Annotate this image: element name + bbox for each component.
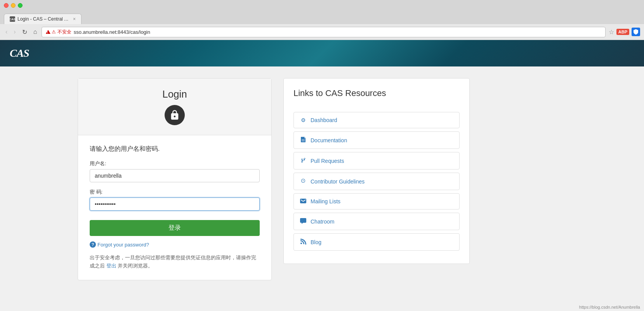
blog-link[interactable]: Blog (311, 239, 321, 245)
pull-request-icon (300, 157, 307, 164)
tab-close-button[interactable]: × (73, 17, 76, 21)
tab-bar: CAS Login - CAS – Central Authen... × (0, 11, 644, 24)
shield-button[interactable] (632, 28, 640, 36)
security-warning-text: ⚠ 不安全 (52, 29, 71, 35)
lock-icon (169, 110, 180, 121)
resource-item-blog[interactable]: Blog (293, 233, 460, 251)
gear-icon: ⚙ (300, 117, 307, 123)
resources-card: Links to CAS Resources ⚙ Dashboard Docum… (283, 78, 470, 264)
close-button[interactable] (4, 3, 9, 8)
mailing-lists-link[interactable]: Mailing Lists (311, 198, 340, 204)
pull-requests-link[interactable]: Pull Requests (311, 158, 344, 164)
address-url: sso.anumbrella.net:8443/cas/login (74, 29, 150, 35)
chatroom-link[interactable]: Chatroom (311, 218, 334, 225)
contributor-icon (300, 178, 307, 185)
password-label: 密 码: (90, 189, 260, 196)
forgot-password-link[interactable]: ? Forgot your password? (90, 241, 260, 248)
help-circle-icon: ? (90, 241, 96, 248)
forgot-password-text: Forgot your password? (97, 242, 149, 248)
file-icon (300, 136, 307, 144)
dashboard-link[interactable]: Dashboard (311, 117, 337, 123)
rss-icon (300, 238, 307, 246)
forward-button[interactable]: › (12, 28, 17, 36)
tab-title: Login - CAS – Central Authen... (17, 16, 71, 22)
login-title: Login (162, 88, 187, 100)
mail-icon (300, 198, 307, 204)
tab-favicon: CAS (10, 16, 15, 22)
documentation-link[interactable]: Documentation (311, 137, 347, 143)
reload-button[interactable]: ↻ (21, 28, 29, 37)
address-bar[interactable]: ⚠ 不安全 sso.anumbrella.net:8443/cas/login (42, 27, 605, 37)
resource-item-documentation[interactable]: Documentation (293, 131, 460, 149)
username-label: 用户名: (90, 160, 260, 167)
warning-triangle-icon (46, 30, 50, 34)
security-notice: 出于安全考虑，一旦您访问过那些需要您提供凭证信息的应用时，请操作完成之后 登出 … (90, 254, 260, 270)
logout-link[interactable]: 登出 (106, 263, 116, 269)
main-content: Login 请输入您的用户名和密码. 用户名: 密 码: 登录 ? Forgot… (0, 66, 644, 292)
back-button[interactable]: ‹ (4, 28, 9, 36)
security-warning: ⚠ 不安全 (46, 29, 71, 35)
bookmark-icon[interactable]: ☆ (609, 28, 614, 36)
chat-icon (300, 218, 307, 225)
form-subtitle: 请输入您的用户名和密码. (90, 145, 260, 153)
status-bar: https://blog.csdn.net/Anumbrella (575, 303, 644, 311)
login-card: Login 请输入您的用户名和密码. 用户名: 密 码: 登录 ? Forgot… (78, 78, 272, 280)
home-button[interactable]: ⌂ (32, 28, 39, 36)
login-button[interactable]: 登录 (90, 220, 260, 236)
browser-chrome: CAS Login - CAS – Central Authen... × ‹ … (0, 0, 644, 40)
svg-point-0 (300, 243, 302, 244)
minimize-button[interactable] (11, 3, 16, 8)
resources-title: Links to CAS Resources (293, 88, 460, 104)
maximize-button[interactable] (18, 3, 23, 8)
lock-icon-circle (165, 105, 185, 125)
password-group: 密 码: (90, 189, 260, 211)
resource-item-dashboard[interactable]: ⚙ Dashboard (293, 112, 460, 128)
cas-logo: CAS (10, 47, 29, 59)
titlebar (0, 0, 644, 11)
browser-actions: ☆ ABP (609, 28, 640, 36)
contributor-guidelines-link[interactable]: Contributor Guidelines (311, 178, 365, 185)
username-group: 用户名: (90, 160, 260, 182)
abp-button[interactable]: ABP (616, 29, 629, 35)
resource-item-chatroom[interactable]: Chatroom (293, 213, 460, 230)
active-tab[interactable]: CAS Login - CAS – Central Authen... × (4, 14, 82, 24)
status-url: https://blog.csdn.net/Anumbrella (579, 305, 640, 309)
cas-header: CAS (0, 40, 644, 66)
resource-item-mailing-lists[interactable]: Mailing Lists (293, 193, 460, 210)
login-card-body: 请输入您的用户名和密码. 用户名: 密 码: 登录 ? Forgot your … (78, 135, 271, 280)
resource-item-pull-requests[interactable]: Pull Requests (293, 152, 460, 169)
address-bar-row: ‹ › ↻ ⌂ ⚠ 不安全 sso.anumbrella.net:8443/ca… (0, 24, 644, 40)
login-card-header: Login (78, 79, 271, 135)
security-notice-suffix: 并关闭浏览器。 (118, 263, 153, 269)
resource-item-contributor-guidelines[interactable]: Contributor Guidelines (293, 173, 460, 190)
password-input[interactable] (90, 197, 260, 211)
username-input[interactable] (90, 169, 260, 182)
